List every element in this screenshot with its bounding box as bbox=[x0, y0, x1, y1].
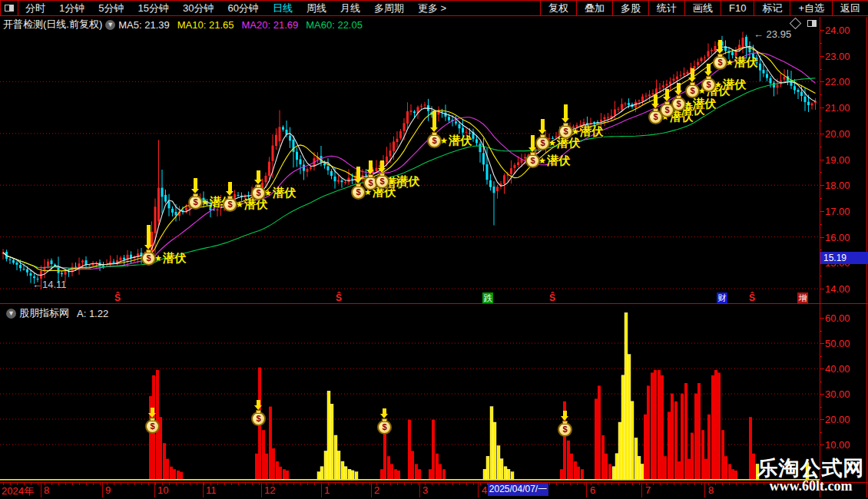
date-tick bbox=[93, 483, 94, 485]
month-label: 11 bbox=[206, 484, 217, 496]
date-tick bbox=[38, 483, 38, 485]
date-tick bbox=[563, 483, 564, 485]
down-arrow-icon bbox=[691, 68, 694, 78]
down-arrow-icon bbox=[194, 178, 197, 189]
value-tick bbox=[820, 356, 822, 357]
money-bag-icon: $ bbox=[251, 411, 266, 426]
date-tick bbox=[349, 483, 350, 485]
low-price-annotation: ←14.11 bbox=[32, 279, 67, 290]
indicator-histogram[interactable] bbox=[0, 304, 820, 482]
date-tick bbox=[356, 483, 356, 485]
money-bag-icon: $ bbox=[251, 186, 266, 200]
money-bag-icon: $ bbox=[145, 419, 160, 434]
window-split-icon[interactable] bbox=[0, 1, 18, 15]
date-tick bbox=[363, 483, 363, 485]
date-tick bbox=[79, 483, 80, 485]
date-tick bbox=[701, 483, 702, 485]
month-label: 7 bbox=[645, 484, 651, 496]
date-axis: 2024年8910111212346782025/04/07/一 bbox=[0, 483, 820, 497]
month-separator bbox=[261, 483, 262, 497]
ma60-value: MA60: 22.05 bbox=[306, 19, 363, 31]
date-tick bbox=[176, 483, 177, 485]
diamond-icon[interactable] bbox=[790, 18, 802, 30]
date-tick bbox=[446, 483, 446, 485]
down-arrow-icon bbox=[257, 170, 260, 180]
value-tick bbox=[820, 407, 822, 408]
toolbar-item-intraday[interactable]: 分时 bbox=[18, 1, 52, 15]
date-tick bbox=[459, 483, 460, 485]
value-tick bbox=[820, 394, 824, 395]
down-arrow-icon bbox=[564, 104, 568, 118]
date-tick bbox=[577, 483, 578, 485]
toolbar-item-daily[interactable]: 日线 bbox=[266, 1, 300, 15]
toolbar-item-15min[interactable]: 15分钟 bbox=[131, 1, 175, 15]
date-tick bbox=[404, 483, 405, 485]
toolbar-button-back[interactable]: 返回 bbox=[832, 1, 868, 15]
month-label: 10 bbox=[157, 484, 168, 496]
price-label: 23.00 bbox=[825, 51, 866, 62]
qianfu-signal: $★潜伏 bbox=[701, 78, 746, 92]
tool-button-bar: 复权叠加多股统计画线F10标记+自选返回 bbox=[540, 1, 868, 15]
date-tick bbox=[432, 483, 432, 485]
candlestick-chart[interactable] bbox=[0, 17, 820, 303]
toolbar-button-statistics[interactable]: 统计 bbox=[648, 1, 684, 15]
month-separator bbox=[478, 483, 479, 497]
down-arrow-icon bbox=[369, 160, 373, 170]
indicator-value: A: 1.22 bbox=[77, 308, 108, 319]
date-tick bbox=[549, 483, 550, 485]
down-arrow-icon bbox=[356, 167, 360, 179]
period-tab-bar: 分时1分钟5分钟15分钟30分钟60分钟日线周线月线多周期更多 > bbox=[18, 1, 453, 15]
signal-label: 潜伏 bbox=[273, 186, 296, 200]
toolbar-button-mark[interactable]: 标记 bbox=[754, 1, 790, 15]
toolbar-item-60min[interactable]: 60分钟 bbox=[220, 1, 265, 15]
date-tick bbox=[252, 483, 253, 485]
toolbar-item-5min[interactable]: 5分钟 bbox=[91, 1, 131, 15]
toolbar-button-overlay[interactable]: 叠加 bbox=[576, 1, 612, 15]
date-tick bbox=[411, 483, 412, 485]
date-tick bbox=[51, 483, 52, 485]
date-tick bbox=[625, 483, 626, 485]
site-watermark: 乐淘公式网 www.60lt.com bbox=[747, 458, 868, 493]
toolbar-item-30min[interactable]: 30分钟 bbox=[176, 1, 220, 15]
value-label: 50.00 bbox=[825, 338, 866, 349]
toolbar-item-multi-period[interactable]: 多周期 bbox=[367, 1, 411, 15]
chevron-down-icon[interactable]: ▼ bbox=[105, 20, 115, 30]
money-bag-icon: $ bbox=[558, 422, 572, 437]
toolbar-item-1min[interactable]: 1分钟 bbox=[52, 1, 91, 15]
month-label: 12 bbox=[264, 484, 275, 496]
ma20-value: MA20: 21.69 bbox=[242, 19, 299, 31]
toolbar-button-multi-stock[interactable]: 多股 bbox=[612, 1, 648, 15]
chevron-down-icon[interactable]: ▼ bbox=[6, 309, 16, 319]
date-tick bbox=[473, 483, 474, 485]
signal-label: 潜伏 bbox=[580, 124, 603, 139]
date-tick bbox=[197, 483, 197, 485]
price-label: 19.00 bbox=[825, 154, 866, 166]
signal-label: 潜伏 bbox=[396, 174, 419, 189]
value-label: 20.00 bbox=[825, 414, 866, 425]
down-arrow-icon bbox=[563, 411, 567, 416]
toolbar-button-draw-line[interactable]: 画线 bbox=[684, 1, 721, 15]
toolbar-item-monthly[interactable]: 月线 bbox=[333, 1, 367, 15]
ma5-value: MA5: 21.39 bbox=[118, 19, 170, 31]
toolbar-button-add-watchlist[interactable]: +自选 bbox=[790, 1, 832, 15]
price-label: 14.00 bbox=[825, 283, 866, 295]
toolbar-button-f10[interactable]: F10 bbox=[721, 1, 754, 15]
month-label: 6 bbox=[590, 484, 595, 496]
buy-signal-marker: Ŝ bbox=[114, 293, 121, 302]
qianfu-signal: $ bbox=[377, 420, 392, 435]
date-tick bbox=[694, 483, 695, 485]
toolbar-item-weekly[interactable]: 周线 bbox=[300, 1, 333, 15]
signal-label: 潜伏 bbox=[723, 78, 746, 92]
date-tick bbox=[72, 483, 73, 485]
toolbar-button-restore-rights[interactable]: 复权 bbox=[540, 1, 576, 15]
value-tick bbox=[820, 343, 824, 344]
down-arrow-icon bbox=[541, 119, 545, 130]
money-bag-icon: $ bbox=[558, 124, 573, 139]
month-separator bbox=[371, 483, 372, 497]
month-separator bbox=[102, 483, 103, 497]
selected-price-badge: 15.19 bbox=[820, 252, 868, 264]
date-tick bbox=[480, 483, 481, 485]
split-view-icon[interactable] bbox=[807, 20, 817, 27]
money-bag-icon: $ bbox=[427, 134, 442, 148]
toolbar-item-more[interactable]: 更多 > bbox=[411, 1, 453, 15]
